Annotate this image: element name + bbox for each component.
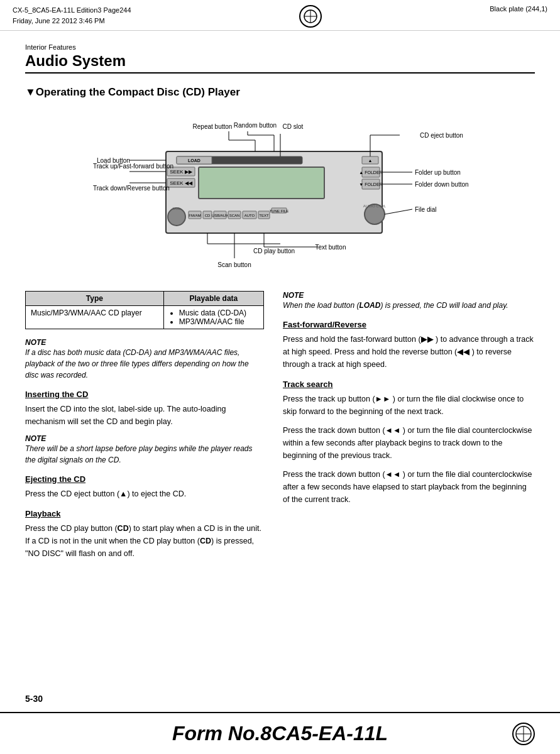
svg-text:SEEK ▶▶: SEEK ▶▶	[170, 169, 193, 175]
playback-title: Playback	[25, 509, 264, 518]
cd-bold2: CD	[200, 537, 211, 545]
svg-point-34	[365, 204, 385, 224]
track-search-body2: Press the track down button (◄◄ ) or tur…	[283, 424, 535, 462]
svg-text:USB/AUX: USB/AUX	[211, 214, 228, 217]
load-bold: LOAD	[359, 301, 380, 310]
header-left: CX-5_8CA5-EA-11L Edition3 Page244 Friday…	[13, 5, 131, 26]
inserting-cd-title: Inserting the CD	[25, 390, 264, 399]
svg-text:CD eject button: CD eject button	[420, 132, 463, 139]
svg-text:Load button: Load button	[97, 157, 130, 164]
ejecting-cd-body: Press the CD eject button (▲) to eject t…	[25, 488, 264, 500]
header-line2: Friday, June 22 2012 3:46 PM	[13, 16, 131, 26]
svg-text:Folder down button: Folder down button	[415, 181, 469, 188]
svg-text:Text button: Text button	[315, 244, 346, 251]
playable-data-table: Type Playable data Music/MP3/WMA/AAC CD …	[25, 291, 264, 329]
inserting-cd-body: Insert the CD into the slot, label-side …	[25, 403, 264, 428]
svg-text:Folder up button: Folder up button	[415, 169, 461, 176]
svg-text:VOL: VOL	[172, 207, 180, 210]
right-note: NOTE When the load button (LOAD) is pres…	[283, 291, 535, 311]
track-search-title: Track search	[283, 380, 535, 389]
svg-rect-5	[362, 156, 378, 164]
svg-rect-24	[214, 211, 226, 219]
section-title: Audio System	[25, 52, 535, 74]
svg-text:TUNE FILE: TUNE FILE	[269, 209, 288, 213]
right-note-body: When the load button (LOAD) is pressed, …	[283, 300, 535, 311]
two-col-layout: Type Playable data Music/MP3/WMA/AAC CD …	[25, 291, 535, 566]
svg-text:CD slot: CD slot	[282, 123, 303, 130]
track-search-body1: Press the track up button (►► ) or turn …	[283, 393, 535, 418]
svg-text:LOAD: LOAD	[188, 158, 200, 163]
header-line1: CX-5_8CA5-EA-11L Edition3 Page244	[13, 5, 131, 16]
svg-text:Repeat button: Repeat button	[192, 123, 232, 130]
svg-rect-9	[167, 167, 195, 176]
svg-text:AUTO: AUTO	[244, 214, 255, 217]
svg-rect-14	[362, 167, 380, 177]
svg-text:Scan button: Scan button	[217, 261, 251, 268]
note1-title: NOTE	[25, 338, 264, 347]
table-cell-type: Music/MP3/WMA/AAC CD player	[26, 306, 164, 329]
svg-text:TEXT: TEXT	[259, 214, 269, 217]
svg-rect-32	[272, 208, 287, 213]
fast-forward-title: Fast-forward/Reverse	[283, 320, 535, 329]
svg-text:SCAN: SCAN	[229, 214, 239, 217]
svg-point-18	[168, 208, 185, 226]
svg-rect-20	[189, 211, 201, 219]
table-header-data: Playable data	[163, 292, 263, 306]
footer-text: Form No.8CA5-EA-11L	[172, 722, 388, 745]
page-footer: Form No.8CA5-EA-11L	[0, 712, 560, 754]
page-header: CX-5_8CA5-EA-11L Edition3 Page244 Friday…	[0, 0, 560, 31]
diagram-svg: ▲ LOAD SEEK ▶▶ SEEK ◀◀ ▲ FOLDER ▼ FOLDER…	[92, 109, 469, 285]
svg-rect-7	[177, 156, 212, 164]
table-cell-data: Music data (CD-DA) MP3/WMA/AAC file	[163, 306, 263, 329]
svg-text:CD play button: CD play button	[253, 248, 294, 254]
svg-text:FM/AM: FM/AM	[189, 214, 200, 217]
svg-text:▼ FOLDER: ▼ FOLDER	[359, 182, 382, 187]
svg-text:▲ FOLDER: ▲ FOLDER	[359, 170, 382, 175]
triangle-marker: ▼	[25, 86, 36, 98]
right-note-title: NOTE	[283, 291, 535, 300]
svg-rect-26	[228, 211, 241, 219]
svg-text:Track up/Fast-forward button: Track up/Fast-forward button	[93, 163, 173, 170]
note1-body: If a disc has both music data (CD-DA) an…	[25, 347, 264, 381]
footer-registration-mark	[512, 723, 535, 745]
svg-text:Random button: Random button	[233, 122, 276, 129]
svg-text:CD: CD	[204, 214, 210, 217]
fast-forward-body: Press and hold the fast-forward button (…	[283, 333, 535, 371]
left-column: Type Playable data Music/MP3/WMA/AAC CD …	[25, 291, 264, 566]
svg-text:Track down/Reverse button: Track down/Reverse button	[93, 185, 170, 192]
note2: NOTE There will be a short lapse before …	[25, 434, 264, 466]
svg-rect-11	[167, 178, 195, 187]
section-label: Interior Features	[25, 43, 535, 51]
svg-rect-13	[199, 167, 324, 199]
table-row: Music/MP3/WMA/AAC CD player Music data (…	[26, 306, 264, 329]
track-search-body3: Press the track down button (◄◄ ) or tur…	[283, 468, 535, 506]
svg-rect-30	[258, 211, 270, 219]
svg-line-59	[385, 209, 412, 214]
svg-text:AUDIO CTRL: AUDIO CTRL	[363, 204, 386, 208]
right-column: NOTE When the load button (LOAD) is pres…	[283, 291, 535, 566]
table-header-type: Type	[26, 292, 164, 306]
svg-rect-16	[362, 179, 380, 189]
cd-bold1: CD	[118, 524, 129, 533]
registration-mark	[299, 5, 322, 28]
svg-text:File dial: File dial	[415, 206, 436, 213]
note2-body: There will be a short lapse before play …	[25, 443, 264, 466]
svg-text:SEEK ◀◀: SEEK ◀◀	[170, 180, 193, 186]
playback-body: Press the CD play button (CD) to start p…	[25, 522, 264, 560]
main-content: Interior Features Audio System ▼Operatin…	[0, 31, 560, 579]
svg-rect-4	[177, 156, 302, 164]
svg-text:▲: ▲	[368, 158, 372, 163]
note2-title: NOTE	[25, 434, 264, 443]
operating-header: ▼Operating the Compact Disc (CD) Player	[25, 86, 535, 99]
header-right: Black plate (244,1)	[490, 5, 547, 13]
svg-rect-22	[203, 211, 212, 219]
page-number: 5-30	[25, 694, 43, 704]
eject-symbol: ▲	[119, 489, 127, 498]
ejecting-cd-title: Ejecting the CD	[25, 474, 264, 484]
svg-rect-3	[166, 151, 382, 233]
note1: NOTE If a disc has both music data (CD-D…	[25, 338, 264, 381]
svg-rect-28	[243, 211, 256, 219]
header-center	[299, 5, 322, 28]
cd-diagram: ▲ LOAD SEEK ▶▶ SEEK ◀◀ ▲ FOLDER ▼ FOLDER…	[92, 109, 469, 285]
table-data-item2: MP3/WMA/AAC file	[179, 317, 258, 326]
